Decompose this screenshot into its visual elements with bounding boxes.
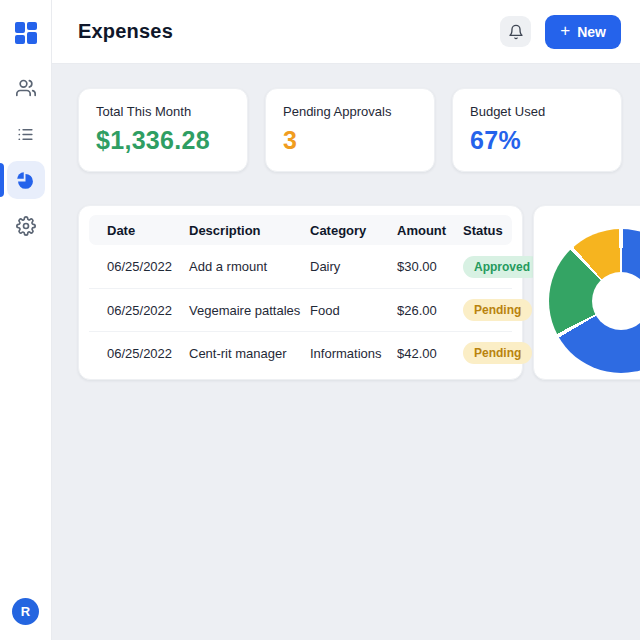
- table-row[interactable]: 06/25/2022 Add a rmount Dairy $30.00 App…: [89, 245, 512, 288]
- stat-label: Total This Month: [96, 104, 230, 119]
- new-expense-button[interactable]: + New: [545, 15, 621, 49]
- cell-date: 06/25/2022: [107, 346, 189, 361]
- bell-icon: [508, 24, 524, 40]
- sidebar-item-settings[interactable]: [7, 207, 45, 245]
- status-badge: Approved: [463, 256, 541, 278]
- pie-chart-icon: [15, 170, 36, 191]
- status-badge: Pending: [463, 299, 532, 321]
- status-badge: Pending: [463, 342, 532, 364]
- donut-hole: [592, 272, 640, 330]
- top-header: Expenses + New: [52, 0, 640, 64]
- cell-category: Informations: [310, 346, 397, 361]
- category-chart-card: [533, 205, 640, 380]
- sidebar-item-list[interactable]: [7, 115, 45, 153]
- app-logo-icon: [15, 22, 37, 44]
- stat-value: 67%: [470, 126, 604, 155]
- stat-value: 3: [283, 126, 417, 155]
- cell-description: Cent-rit manager: [189, 346, 310, 361]
- users-icon: [16, 78, 36, 98]
- active-indicator: [0, 163, 4, 197]
- stat-value: $1,336.28: [96, 126, 230, 155]
- column-header-description: Description: [189, 223, 310, 238]
- expenses-table: Date Description Category Amount Status …: [78, 205, 523, 380]
- cell-date: 06/25/2022: [107, 259, 189, 274]
- stat-label: Budget Used: [470, 104, 604, 119]
- plus-icon: +: [560, 21, 570, 41]
- notifications-button[interactable]: [500, 16, 531, 47]
- page-title: Expenses: [78, 20, 173, 43]
- gear-icon: [16, 216, 36, 236]
- cell-category: Food: [310, 303, 397, 318]
- stat-label: Pending Approvals: [283, 104, 417, 119]
- main-content: Total This Month $1,336.28 Pending Appro…: [52, 64, 640, 640]
- cell-amount: $42.00: [397, 346, 463, 361]
- cell-date: 06/25/2022: [107, 303, 189, 318]
- cell-description: Vegemaire pattales: [189, 303, 310, 318]
- sidebar-item-reports[interactable]: [7, 161, 45, 199]
- stat-card-pending: Pending Approvals 3: [265, 88, 435, 172]
- table-header-row: Date Description Category Amount Status: [89, 215, 512, 245]
- table-row[interactable]: 06/25/2022 Vegemaire pattales Food $26.0…: [89, 288, 512, 331]
- new-button-label: New: [577, 24, 606, 40]
- column-header-category: Category: [310, 223, 397, 238]
- table-row[interactable]: 06/25/2022 Cent-rit manager Informations…: [89, 331, 512, 374]
- list-icon: [16, 125, 35, 144]
- stat-card-total: Total This Month $1,336.28: [78, 88, 248, 172]
- cell-amount: $26.00: [397, 303, 463, 318]
- column-header-amount: Amount: [397, 223, 463, 238]
- cell-amount: $30.00: [397, 259, 463, 274]
- user-avatar[interactable]: R: [12, 598, 39, 625]
- sidebar: R: [0, 0, 52, 640]
- cell-description: Add a rmount: [189, 259, 310, 274]
- column-header-date: Date: [107, 223, 189, 238]
- stat-cards: Total This Month $1,336.28 Pending Appro…: [78, 88, 622, 172]
- sidebar-nav: [7, 69, 45, 245]
- stat-card-budget: Budget Used 67%: [452, 88, 622, 172]
- sidebar-item-users[interactable]: [7, 69, 45, 107]
- column-header-status: Status: [463, 223, 512, 238]
- donut-chart: [549, 229, 640, 373]
- cell-category: Dairy: [310, 259, 397, 274]
